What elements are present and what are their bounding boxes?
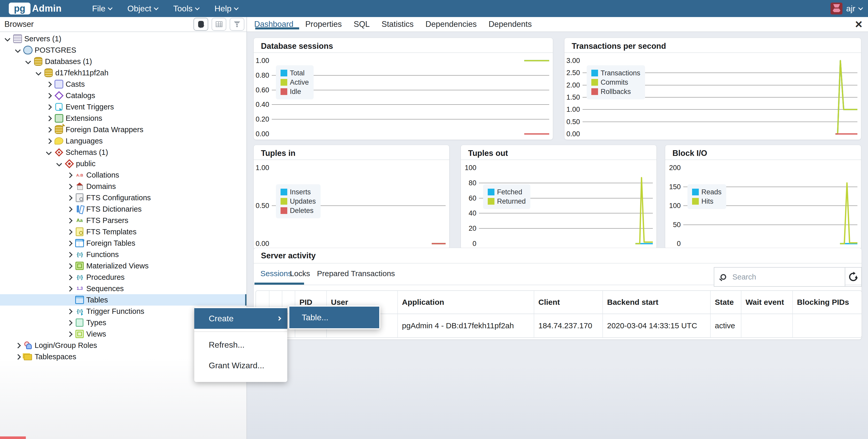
- user-menu[interactable]: ajr: [831, 3, 862, 14]
- legend-item: Inserts: [281, 188, 316, 197]
- chevron-down-icon: [108, 5, 113, 10]
- tree-item-catalogs[interactable]: Catalogs: [0, 90, 247, 101]
- tab-dependents[interactable]: Dependents: [489, 20, 532, 29]
- expand-icon[interactable]: [66, 307, 73, 315]
- expand-icon[interactable]: [66, 250, 73, 258]
- tab-properties[interactable]: Properties: [305, 20, 342, 29]
- expand-icon[interactable]: [66, 262, 73, 270]
- tree-item-public[interactable]: public: [0, 158, 247, 169]
- view-data-button[interactable]: [212, 18, 226, 31]
- tables-icon: [75, 295, 84, 305]
- close-panel-icon[interactable]: ×: [855, 18, 862, 30]
- expand-icon[interactable]: [14, 341, 22, 349]
- legend-item: Deletes: [281, 206, 316, 215]
- tree-item-fts-templates[interactable]: FTS Templates: [0, 226, 247, 237]
- tab-dependencies[interactable]: Dependencies: [426, 20, 476, 29]
- collapse-icon[interactable]: [4, 35, 11, 42]
- expand-icon[interactable]: [66, 182, 73, 190]
- legend-swatch: [281, 70, 287, 76]
- menu-file[interactable]: File: [92, 4, 112, 13]
- expand-icon[interactable]: [66, 194, 73, 202]
- collapse-icon[interactable]: [55, 160, 63, 168]
- cell-client: 184.74.237.170: [534, 314, 603, 337]
- refresh-button[interactable]: [845, 267, 862, 287]
- tree-item-fts-dictionaries[interactable]: FTS Dictionaries: [0, 203, 247, 215]
- expand-icon[interactable]: [66, 273, 73, 281]
- tablespaces-icon: [23, 352, 33, 361]
- context-menu-item-refresh[interactable]: Refresh...: [194, 335, 287, 355]
- expand-icon[interactable]: [45, 137, 53, 145]
- context-submenu-item-table[interactable]: Table...: [289, 307, 379, 328]
- query-tool-icon: [198, 21, 204, 28]
- tab-dashboard[interactable]: Dashboard: [254, 20, 293, 29]
- column-header-wait-event: Wait event: [741, 291, 793, 313]
- tab-sessions[interactable]: Sessions: [260, 269, 292, 278]
- expand-icon[interactable]: [45, 92, 53, 99]
- expand-icon[interactable]: [14, 353, 22, 361]
- tree-item-foreign-data-wrappers[interactable]: Foreign Data Wrappers: [0, 124, 247, 135]
- pgadmin-logo-pg: pg: [9, 3, 30, 14]
- expand-icon[interactable]: [66, 285, 73, 293]
- expand-icon[interactable]: [66, 228, 73, 236]
- collapse-icon[interactable]: [45, 148, 53, 156]
- tree-item-functions[interactable]: Functions: [0, 249, 247, 260]
- avatar: [831, 3, 842, 14]
- expand-icon[interactable]: [45, 114, 53, 122]
- tree-item-languages[interactable]: Languages: [0, 135, 247, 146]
- chart-database-sessions: Database sessions1.000.800.600.400.200.0…: [253, 38, 553, 140]
- tree-item-servers-1[interactable]: Servers (1): [0, 33, 247, 44]
- legend-label: Commits: [601, 78, 628, 87]
- expand-icon[interactable]: [66, 205, 73, 213]
- column-header-state: State: [711, 291, 741, 313]
- legend-swatch: [281, 198, 287, 205]
- tree-item-databases-1[interactable]: Databases (1): [0, 56, 247, 67]
- context-submenu: Table...: [288, 306, 380, 329]
- collapse-icon[interactable]: [14, 46, 22, 54]
- tree-item-sequences[interactable]: Sequences: [0, 283, 247, 294]
- legend-label: Transactions: [601, 69, 641, 77]
- collapse-icon[interactable]: [24, 58, 32, 65]
- tree-item-label: Procedures: [86, 273, 125, 281]
- chevron-down-icon: [195, 5, 200, 10]
- query-tool-button[interactable]: [193, 18, 208, 31]
- tree-item-foreign-tables[interactable]: Foreign Tables: [0, 237, 247, 249]
- tree-item-tables[interactable]: Tables: [0, 294, 247, 306]
- domains-icon: [75, 182, 84, 191]
- tab-statistics[interactable]: Statistics: [381, 20, 413, 29]
- context-menu-item-grant-wizard[interactable]: Grant Wizard...: [194, 355, 287, 376]
- tree-item-materialized-views[interactable]: Materialized Views: [0, 260, 247, 271]
- tree-item-collations[interactable]: Collations: [0, 169, 247, 181]
- expand-icon[interactable]: [66, 319, 73, 327]
- user-name: ajr: [846, 4, 855, 13]
- expand-icon[interactable]: [45, 103, 53, 111]
- expand-icon[interactable]: [45, 80, 53, 88]
- tab-sql[interactable]: SQL: [354, 20, 370, 29]
- tab-locks[interactable]: Locks: [290, 269, 310, 278]
- tree-item-casts[interactable]: Casts: [0, 78, 247, 90]
- tree-item-fts-configurations[interactable]: FTS Configurations: [0, 192, 247, 203]
- fts-dict-icon: [75, 204, 84, 214]
- collapse-icon[interactable]: [35, 69, 42, 77]
- tree-item-event-triggers[interactable]: Event Triggers: [0, 101, 247, 112]
- tab-prepared-transactions[interactable]: Prepared Transactions: [317, 269, 395, 278]
- tree-item-postgres[interactable]: POSTGRES: [0, 44, 247, 56]
- tree-item-fts-parsers[interactable]: FTS Parsers: [0, 215, 247, 226]
- tree-item-procedures[interactable]: Procedures: [0, 271, 247, 283]
- tree-item-schemas-1[interactable]: Schemas (1): [0, 146, 247, 158]
- search-input[interactable]: [733, 273, 831, 281]
- menu-help[interactable]: Help: [214, 4, 238, 13]
- menu-tools[interactable]: Tools: [173, 4, 199, 13]
- tree-item-extensions[interactable]: Extensions: [0, 112, 247, 124]
- expand-icon[interactable]: [66, 216, 73, 224]
- expand-icon[interactable]: [45, 126, 53, 133]
- tree-item-d17fekh11pf2ah[interactable]: d17fekh11pf2ah: [0, 67, 247, 78]
- context-menu-item-create[interactable]: Create: [194, 308, 287, 329]
- expand-icon[interactable]: [66, 239, 73, 247]
- refresh-icon: [848, 271, 859, 282]
- menu-object[interactable]: Object: [127, 4, 158, 13]
- expand-icon[interactable]: [66, 171, 73, 179]
- tree-item-domains[interactable]: Domains: [0, 181, 247, 192]
- legend-label: Idle: [290, 88, 301, 96]
- filter-data-button[interactable]: [230, 18, 244, 31]
- expand-icon[interactable]: [66, 330, 73, 338]
